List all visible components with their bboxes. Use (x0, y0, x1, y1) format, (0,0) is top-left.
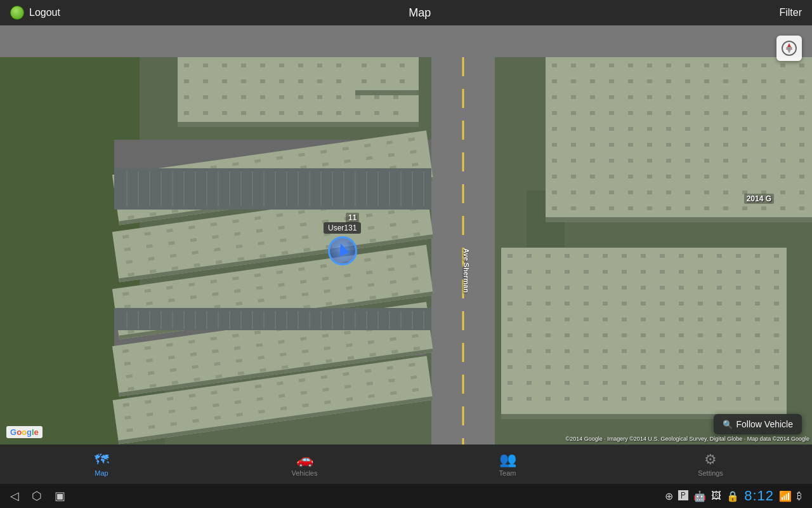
vehicles-nav-label: Vehicles (292, 469, 318, 477)
map-container[interactable]: User131 Ave Sherman 11 2014 G 🔍 Follow V… (0, 25, 812, 444)
user-icon (328, 236, 357, 265)
top-bar-left: Logout (10, 6, 60, 20)
follow-vehicle-label: Follow Vehicle (737, 419, 794, 429)
page-title: Map (409, 6, 431, 20)
search-icon: 🔍 (723, 420, 733, 429)
status-dot (10, 6, 24, 20)
lock-icon: 🔒 (726, 490, 739, 502)
system-time: 8:12 (744, 488, 774, 504)
nav-item-map[interactable]: 🗺 Map (0, 448, 203, 481)
recents-button[interactable]: ▣ (55, 489, 65, 503)
settings-nav-icon: ⚙ (704, 451, 717, 468)
map-number-11: 11 (346, 213, 359, 223)
nav-item-settings[interactable]: ⚙ Settings (609, 448, 812, 481)
settings-nav-label: Settings (698, 469, 723, 477)
google-logo: Google (6, 426, 43, 438)
top-bar-right: Filter (779, 7, 802, 18)
user-direction-arrow (336, 242, 349, 256)
parking-icon: 🅿 (678, 490, 688, 502)
user-label: User131 (324, 222, 361, 234)
location-icon: ⊕ (665, 490, 673, 502)
user-marker[interactable]: User131 (324, 222, 361, 265)
map-canvas (0, 25, 812, 444)
logout-button[interactable]: Logout (29, 7, 60, 18)
vehicles-nav-icon: 🚗 (296, 451, 313, 468)
system-bar-left: ◁ ⬡ ▣ (10, 489, 665, 503)
road-label-ave-sherman: Ave Sherman (462, 248, 470, 293)
follow-vehicle-button[interactable]: 🔍 Follow Vehicle (714, 414, 802, 434)
photo-icon: 🖼 (711, 490, 721, 502)
bottom-nav: 🗺 Map 🚗 Vehicles 👥 Team ⚙ Settings (0, 444, 812, 484)
nav-item-team[interactable]: 👥 Team (406, 448, 609, 481)
android-icon: 🤖 (693, 490, 706, 502)
compass-icon (782, 41, 797, 56)
compass-south (786, 47, 792, 53)
top-bar: Logout Map Filter (0, 0, 812, 25)
map-number-2014: 2014 G (744, 194, 774, 204)
map-nav-icon: 🗺 (95, 451, 108, 468)
team-nav-label: Team (499, 469, 516, 477)
wifi-icon: 📶 (779, 490, 792, 502)
system-bar-right: ⊕ 🅿 🤖 🖼 🔒 8:12 📶 ₿ (665, 488, 802, 504)
map-nav-label: Map (95, 469, 108, 477)
system-bar: ◁ ⬡ ▣ ⊕ 🅿 🤖 🖼 🔒 8:12 📶 ₿ (0, 484, 812, 508)
nav-item-vehicles[interactable]: 🚗 Vehicles (203, 448, 406, 481)
bluetooth-icon: ₿ (797, 490, 802, 502)
team-nav-icon: 👥 (499, 451, 516, 468)
map-attribution: ©2014 Google · Imagery ©2014 U.S. Geolog… (566, 436, 809, 442)
gps-compass-button[interactable] (776, 36, 802, 61)
home-button[interactable]: ⬡ (32, 489, 42, 503)
back-button[interactable]: ◁ (10, 489, 19, 503)
filter-button[interactable]: Filter (779, 7, 802, 18)
